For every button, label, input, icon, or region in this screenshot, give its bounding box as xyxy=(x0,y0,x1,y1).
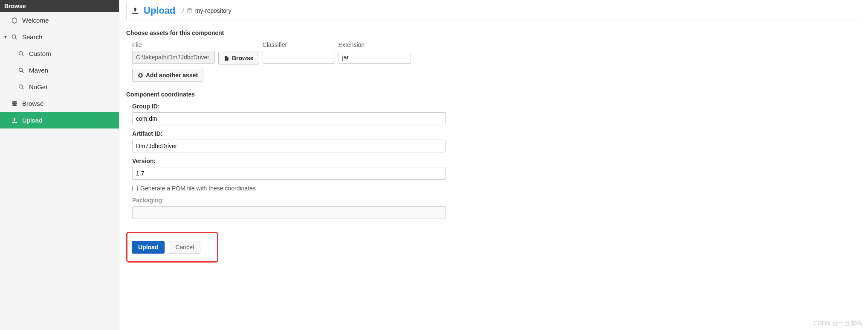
hexagon-icon xyxy=(10,17,19,24)
search-icon xyxy=(17,84,26,91)
coords-section-title: Component coordinates xyxy=(126,91,861,98)
artifact-id-input[interactable] xyxy=(132,140,446,152)
classifier-label: Classifier xyxy=(263,41,335,48)
pom-checkbox-row: Generate a POM file with these coordinat… xyxy=(132,185,446,192)
breadcrumb-separator: / xyxy=(182,7,184,15)
svg-point-10 xyxy=(12,104,17,106)
watermark: CSDN @十点摆码 xyxy=(813,320,862,327)
svg-line-7 xyxy=(22,88,23,89)
search-icon xyxy=(10,34,19,41)
page-title: Upload xyxy=(144,5,176,16)
sidebar-item-browse[interactable]: Browse xyxy=(0,95,119,112)
extension-field-group: Extension xyxy=(339,41,411,64)
svg-point-4 xyxy=(19,68,23,71)
packaging-input xyxy=(132,206,446,219)
svg-point-9 xyxy=(12,102,17,104)
version-label: Version: xyxy=(132,158,446,164)
extension-label: Extension xyxy=(339,41,411,48)
database-icon xyxy=(187,8,193,14)
classifier-input[interactable] xyxy=(263,51,335,64)
sidebar-item-label: Custom xyxy=(29,50,51,57)
sidebar-item-label: Welcome xyxy=(22,17,49,24)
breadcrumb-repo[interactable]: my-repository xyxy=(195,7,231,14)
extension-input[interactable] xyxy=(339,51,411,64)
sidebar-header: Browse xyxy=(0,0,119,12)
caret-down-icon: ▼ xyxy=(3,35,9,39)
assets-section-title: Choose assets for this component xyxy=(126,29,861,36)
svg-line-3 xyxy=(22,55,23,56)
nav-list: Welcome ▼ Search Custom Maven NuGet xyxy=(0,12,119,128)
group-id-input[interactable] xyxy=(132,112,446,125)
svg-point-0 xyxy=(12,35,16,38)
search-icon xyxy=(17,50,26,57)
assets-row: File C:\fakepath\Dm7JdbcDriver Browse Cl… xyxy=(126,41,861,64)
browse-button-label: Browse xyxy=(232,55,254,61)
sidebar-item-search[interactable]: ▼ Search xyxy=(0,29,119,45)
action-button-row: Upload Cancel xyxy=(126,232,218,263)
sidebar-item-welcome[interactable]: Welcome xyxy=(0,12,119,29)
artifact-id-label: Artifact ID: xyxy=(132,130,446,137)
svg-point-2 xyxy=(19,51,23,55)
sidebar-item-label: Browse xyxy=(22,100,43,107)
svg-point-6 xyxy=(19,85,23,88)
sidebar: Browse Welcome ▼ Search Custom Maven xyxy=(0,0,119,330)
add-asset-button-label: Add another asset xyxy=(146,72,198,79)
main-content: Upload / my-repository Choose assets for… xyxy=(119,0,868,330)
sidebar-item-upload[interactable]: Upload xyxy=(0,112,119,128)
sidebar-item-label: Search xyxy=(22,33,43,41)
svg-line-1 xyxy=(15,38,17,39)
sidebar-item-label: Upload xyxy=(22,117,43,124)
file-field-group: File C:\fakepath\Dm7JdbcDriver xyxy=(132,41,215,64)
pom-checkbox[interactable] xyxy=(132,186,138,191)
svg-point-8 xyxy=(12,101,17,102)
breadcrumb: Upload / my-repository xyxy=(126,3,861,20)
file-icon xyxy=(224,55,229,61)
sidebar-item-nuget[interactable]: NuGet xyxy=(0,79,119,95)
svg-rect-12 xyxy=(132,13,138,14)
cancel-button[interactable]: Cancel xyxy=(169,241,200,254)
file-label: File xyxy=(132,41,215,48)
coords-section: Component coordinates Group ID: Artifact… xyxy=(126,91,861,219)
sidebar-item-label: Maven xyxy=(29,67,48,74)
svg-line-5 xyxy=(22,71,23,73)
sidebar-item-label: NuGet xyxy=(29,83,47,91)
sidebar-item-maven[interactable]: Maven xyxy=(0,62,119,79)
version-input[interactable] xyxy=(132,167,446,180)
packaging-label: Packaging: xyxy=(132,197,446,204)
plus-circle-icon xyxy=(138,73,143,78)
svg-point-13 xyxy=(187,8,192,10)
add-asset-row: Add another asset xyxy=(126,69,861,82)
upload-icon xyxy=(131,6,139,15)
coords-fields: Group ID: Artifact ID: Version: Generate… xyxy=(126,103,446,219)
classifier-field-group: Classifier xyxy=(263,41,335,64)
group-id-label: Group ID: xyxy=(132,103,446,110)
upload-button[interactable]: Upload xyxy=(132,241,165,254)
add-asset-button[interactable]: Add another asset xyxy=(132,69,203,82)
upload-icon xyxy=(10,117,19,124)
sidebar-item-custom[interactable]: Custom xyxy=(0,45,119,62)
browse-button[interactable]: Browse xyxy=(218,52,259,64)
svg-rect-11 xyxy=(12,122,17,123)
database-icon xyxy=(10,100,19,107)
pom-checkbox-label: Generate a POM file with these coordinat… xyxy=(140,185,256,192)
search-icon xyxy=(17,67,26,74)
file-path-display: C:\fakepath\Dm7JdbcDriver xyxy=(132,51,215,64)
